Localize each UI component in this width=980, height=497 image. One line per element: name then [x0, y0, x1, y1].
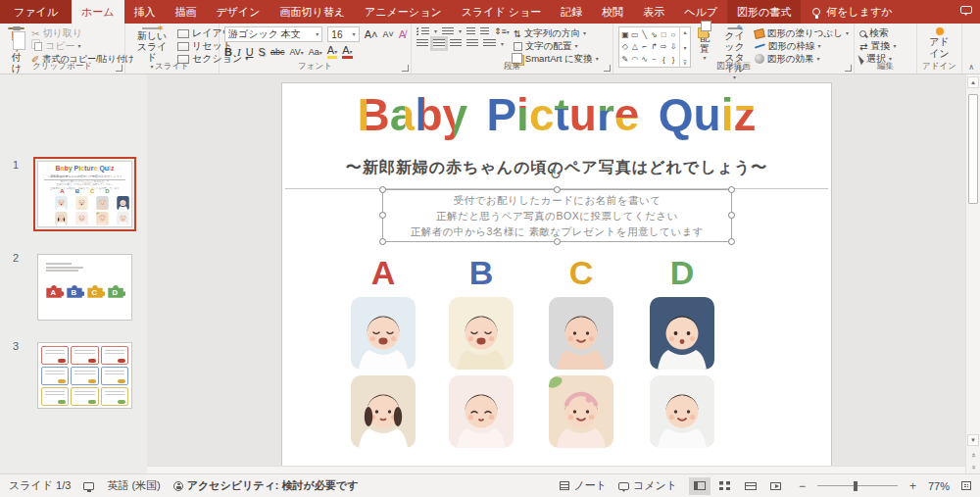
selection-handle-1[interactable] [379, 186, 386, 193]
tell-me-box[interactable]: 何をしますか [801, 0, 904, 24]
drawing-dialog-launcher-icon[interactable] [845, 65, 852, 72]
zoom-out-button[interactable]: − [799, 480, 806, 492]
option-letter-C[interactable]: C [549, 256, 613, 289]
bullets-button[interactable] [416, 27, 429, 36]
font-color-button[interactable]: A▾ [342, 45, 352, 59]
text-direction-button[interactable]: ⇅文字列の方向▾ [514, 27, 608, 39]
font-dialog-launcher-icon[interactable] [402, 65, 409, 72]
slideshow-button[interactable] [765, 477, 787, 495]
zoom-level[interactable]: 77% [928, 480, 950, 492]
ribbon-tab-2[interactable]: ホーム [72, 0, 124, 24]
bold-button[interactable]: B [224, 47, 232, 58]
cut-button[interactable]: ✂切り取り [31, 27, 134, 39]
slide-thumbnail-2[interactable]: A B C D [37, 254, 132, 321]
ribbon-tab-7[interactable]: アニメーション [355, 0, 452, 24]
shape-glyph-2[interactable]: ▭ [631, 30, 639, 39]
font-name-combo[interactable]: 游ゴシック 本文▾ [224, 26, 322, 42]
previous-slide-button[interactable]: « [967, 449, 979, 461]
ribbon-tab-11[interactable]: 表示 [633, 0, 674, 24]
baby-photo-3[interactable] [549, 297, 613, 370]
shape-glyph-3[interactable]: ╲ [642, 30, 647, 39]
slide-thumbnail-1[interactable]: BabyPictureQuiz〜新郎新婦の赤ちゃんの頃のペア写真はどれでしょう〜… [37, 161, 132, 227]
selection-handle-5[interactable] [728, 212, 735, 219]
character-spacing-button[interactable]: AV▾ [289, 48, 303, 57]
shape-glyph-10[interactable]: ↱ [651, 42, 658, 51]
scroll-up-button[interactable]: ▲ [967, 76, 979, 88]
paragraph-dialog-launcher-icon[interactable] [604, 65, 611, 72]
fit-to-window-icon[interactable] [961, 481, 971, 490]
ribbon-tab-9[interactable]: 記録 [551, 0, 592, 24]
zoom-in-button[interactable]: + [909, 480, 916, 492]
ribbon-tab-6[interactable]: 画面切り替え [270, 0, 356, 24]
titlebar-comment-icon[interactable] [960, 6, 972, 14]
copy-button[interactable]: コピー▾ [31, 40, 134, 52]
columns-button[interactable] [483, 39, 496, 48]
slide-thumbnail-3[interactable] [37, 342, 132, 409]
underline-button[interactable]: U [246, 47, 254, 58]
baby-photo-4[interactable] [650, 297, 714, 370]
justify-button[interactable] [466, 39, 478, 48]
strikethrough-button[interactable]: abc [270, 48, 285, 57]
change-case-button[interactable]: Aa▾ [309, 48, 322, 57]
addins-button[interactable]: アド イン [926, 26, 952, 62]
baby-photo-2[interactable] [449, 297, 514, 370]
shape-glyph-4[interactable]: ⇘ [651, 30, 658, 39]
quick-styles-button[interactable]: クイック スタイル ▾ [718, 26, 751, 62]
rotate-handle-icon[interactable]: ↻ [550, 166, 563, 183]
shrink-font-button[interactable]: A˅ [382, 30, 393, 39]
shape-glyph-8[interactable]: △ [632, 42, 638, 51]
collapse-ribbon-icon[interactable]: ∧ [968, 63, 974, 72]
shape-glyph-5[interactable]: □ [662, 30, 666, 39]
reading-view-button[interactable] [740, 477, 761, 495]
font-size-combo[interactable]: 16▾ [327, 26, 359, 42]
scrollbar-thumb[interactable] [968, 94, 978, 204]
ribbon-tab-8[interactable]: スライド ショー [452, 0, 552, 24]
shape-outline-button[interactable]: 図形の枠線▾ [755, 40, 849, 52]
new-slide-button[interactable]: 新しい スライド ▾ [130, 26, 173, 62]
horizontal-scrollbar[interactable] [147, 466, 965, 473]
display-settings-icon[interactable] [83, 482, 94, 490]
selected-text-box[interactable]: ↻ 受付でお配りしたカードにお名前を書いて 正解だと思うペア写真のBOXに投票し… [382, 189, 732, 242]
shape-glyph-11[interactable]: ⇨ [661, 42, 667, 51]
shape-glyph-12[interactable]: ⇩ [670, 42, 677, 51]
clear-formatting-button[interactable]: A̸ [399, 29, 406, 40]
vertical-scrollbar[interactable]: ▲ ▼ « « [965, 75, 980, 473]
option-letter-A[interactable]: A [351, 256, 416, 289]
line-spacing-button[interactable]: ⇕≡▾ [494, 26, 510, 36]
slide-title[interactable]: BabyPictureQuiz [282, 89, 831, 141]
ribbon-tab-1[interactable]: ファイル [0, 0, 72, 24]
next-slide-button[interactable]: « [967, 461, 979, 472]
notes-button[interactable]: ノート [560, 478, 607, 493]
ribbon-tab-13[interactable]: 図形の書式 [727, 0, 801, 24]
baby-photo-8[interactable] [650, 375, 714, 448]
slide-canvas[interactable]: BabyPictureQuiz 〜新郎新婦の赤ちゃんの頃のペア写真はどれでしょう… [282, 83, 831, 468]
slide-sorter-view-button[interactable] [714, 477, 736, 495]
increase-indent-button[interactable] [480, 27, 489, 36]
selection-handle-3[interactable] [728, 186, 735, 193]
language-indicator[interactable]: 英語 (米国) [107, 478, 160, 493]
ribbon-tab-10[interactable]: 校閲 [592, 0, 633, 24]
text-shadow-button[interactable]: S [259, 47, 266, 58]
align-left-button[interactable] [416, 39, 428, 48]
paste-button[interactable]: 貼り付け ▾ [5, 26, 27, 62]
baby-photo-1[interactable] [351, 297, 416, 370]
align-text-button[interactable]: 文字の配置▾ [514, 40, 608, 52]
replace-button[interactable]: ⇄置換▾ [859, 40, 896, 52]
decrease-indent-button[interactable] [466, 27, 475, 36]
selection-handle-8[interactable] [728, 238, 735, 245]
clipboard-dialog-launcher-icon[interactable] [116, 65, 122, 72]
align-right-button[interactable] [450, 39, 462, 48]
baby-photo-5[interactable] [351, 375, 416, 448]
comments-button[interactable]: コメント [618, 478, 677, 493]
shape-glyph-9[interactable]: ⌐ [642, 42, 647, 51]
accessibility-status[interactable]: アクセシビリティ: 検討が必要です [173, 478, 359, 493]
ribbon-tab-5[interactable]: デザイン [207, 0, 270, 24]
shape-fill-button[interactable]: 図形の塗りつぶし▾ [755, 27, 849, 39]
numbering-button[interactable] [442, 27, 454, 36]
arrange-button[interactable]: 配置 ▾ [695, 26, 714, 62]
scroll-down-button[interactable]: ▼ [967, 434, 979, 446]
ribbon-tab-3[interactable]: 挿入 [124, 0, 166, 24]
selection-handle-6[interactable] [379, 238, 386, 245]
shape-glyph-7[interactable]: ◇ [622, 42, 628, 51]
shape-glyph-6[interactable]: ○ [671, 30, 676, 39]
